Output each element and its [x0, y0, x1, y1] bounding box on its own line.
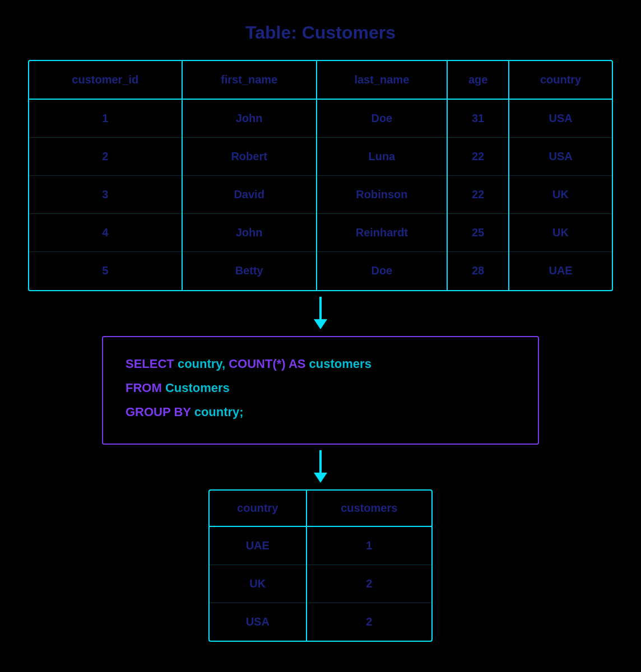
result-col-customers: customers — [306, 491, 431, 526]
customers-cell-1-2: John — [182, 99, 317, 138]
sql-box: SELECT country, COUNT(*) AS customers FR… — [102, 336, 539, 445]
sql-count-keyword: COUNT(*) AS — [229, 357, 305, 371]
customers-cell-5-5: UAE — [509, 252, 612, 290]
arrow-down-2 — [309, 450, 332, 484]
customers-cell-2-2: Robert — [182, 138, 317, 176]
customers-cell-1-3: Doe — [317, 99, 448, 138]
customers-cell-1-5: USA — [509, 99, 612, 138]
customers-cell-5-2: Betty — [182, 252, 317, 290]
customers-cell-3-5: UK — [509, 176, 612, 214]
sql-select-keyword: SELECT — [126, 357, 174, 371]
customers-cell-3-3: Robinson — [317, 176, 448, 214]
col-first-name: first_name — [182, 61, 317, 99]
sql-customers-text: customers — [305, 357, 371, 371]
customers-cell-5-3: Doe — [317, 252, 448, 290]
sql-line-2: FROM Customers — [126, 378, 515, 398]
customers-table-body: 1JohnDoe31USA2RobertLuna22USA3DavidRobin… — [29, 99, 612, 290]
customers-cell-1-4: 31 — [447, 99, 509, 138]
customers-row-5: 5BettyDoe28UAE — [29, 252, 612, 290]
svg-marker-3 — [314, 473, 327, 483]
col-customer-id: customer_id — [29, 61, 182, 99]
sql-line-1: SELECT country, COUNT(*) AS customers — [126, 354, 515, 374]
customers-cell-4-1: 4 — [29, 214, 182, 252]
result-row-3: USA2 — [210, 603, 431, 641]
customers-cell-2-5: USA — [509, 138, 612, 176]
customers-cell-3-1: 3 — [29, 176, 182, 214]
result-cell-1-2: 1 — [306, 526, 431, 565]
result-table-header: country customers — [210, 491, 431, 526]
customers-cell-2-3: Luna — [317, 138, 448, 176]
col-last-name: last_name — [317, 61, 448, 99]
customers-cell-4-5: UK — [509, 214, 612, 252]
sql-select-text: country, — [174, 357, 229, 371]
customers-row-3: 3DavidRobinson22UK — [29, 176, 612, 214]
customers-cell-1-1: 1 — [29, 99, 182, 138]
customers-row-1: 1JohnDoe31USA — [29, 99, 612, 138]
page-container: Table: Customers customer_id first_name … — [28, 22, 613, 642]
customers-cell-4-2: John — [182, 214, 317, 252]
svg-marker-1 — [314, 319, 327, 329]
sql-from-text: Customers — [162, 381, 230, 395]
sql-line-3: GROUP BY country; — [126, 402, 515, 422]
result-cell-3-1: USA — [210, 603, 306, 641]
result-cell-2-1: UK — [210, 564, 306, 603]
customers-row-4: 4JohnReinhardt25UK — [29, 214, 612, 252]
customers-cell-2-4: 22 — [447, 138, 509, 176]
sql-from-keyword: FROM — [126, 381, 162, 395]
customers-cell-4-4: 25 — [447, 214, 509, 252]
customers-table-header: customer_id first_name last_name age cou… — [29, 61, 612, 99]
customers-cell-3-4: 22 — [447, 176, 509, 214]
result-header-row: country customers — [210, 491, 431, 526]
result-cell-2-2: 2 — [306, 564, 431, 603]
result-table-body: UAE1UK2USA2 — [210, 526, 431, 641]
customers-cell-4-3: Reinhardt — [317, 214, 448, 252]
customers-table: customer_id first_name last_name age cou… — [29, 61, 612, 290]
result-table-wrapper: country customers UAE1UK2USA2 — [208, 489, 433, 642]
customers-header-row: customer_id first_name last_name age cou… — [29, 61, 612, 99]
result-row-2: UK2 — [210, 564, 431, 603]
result-table: country customers UAE1UK2USA2 — [210, 491, 431, 641]
result-row-1: UAE1 — [210, 526, 431, 565]
page-title: Table: Customers — [245, 22, 396, 43]
customers-table-wrapper: customer_id first_name last_name age cou… — [28, 60, 613, 291]
result-col-country: country — [210, 491, 306, 526]
result-cell-3-2: 2 — [306, 603, 431, 641]
result-cell-1-1: UAE — [210, 526, 306, 565]
customers-cell-2-1: 2 — [29, 138, 182, 176]
arrow-down-1 — [309, 297, 332, 330]
customers-cell-5-1: 5 — [29, 252, 182, 290]
col-age: age — [447, 61, 509, 99]
sql-groupby-keyword: GROUP BY — [126, 405, 191, 419]
customers-cell-5-4: 28 — [447, 252, 509, 290]
customers-row-2: 2RobertLuna22USA — [29, 138, 612, 176]
customers-cell-3-2: David — [182, 176, 317, 214]
col-country: country — [509, 61, 612, 99]
sql-groupby-text: country; — [191, 405, 244, 419]
